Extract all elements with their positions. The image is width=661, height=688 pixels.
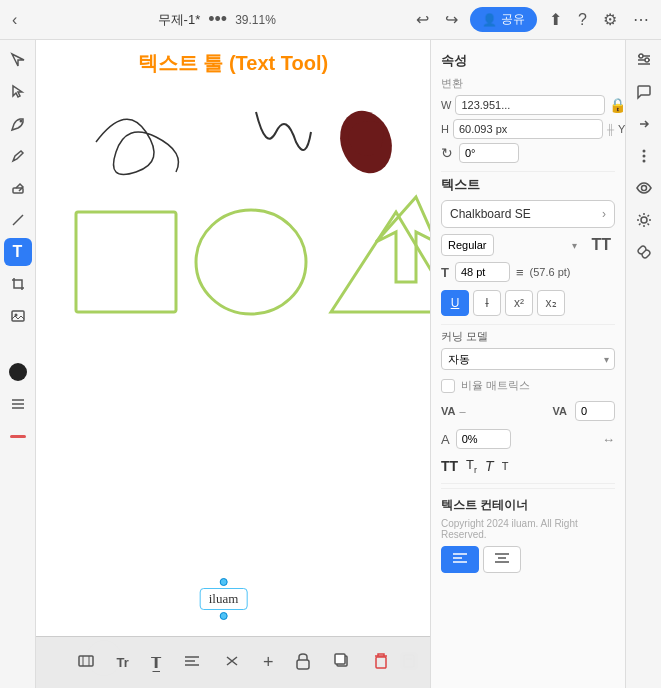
font-name-label: Chalkboard SE — [450, 207, 531, 221]
tool-crop[interactable] — [4, 270, 32, 298]
tool-select[interactable] — [4, 78, 32, 106]
tool-pencil[interactable] — [4, 142, 32, 170]
line-height-value: (57.6 pt) — [530, 266, 571, 278]
tt-row: TT Tr T T — [441, 457, 615, 475]
font-style-wrapper: Regular Bold Italic — [441, 234, 583, 256]
va-right-group: VA — [553, 401, 615, 421]
tool-circle-black[interactable] — [4, 358, 32, 386]
svg-point-0 — [19, 120, 22, 123]
h-input[interactable] — [453, 119, 603, 139]
tool-arrow[interactable] — [4, 46, 32, 74]
settings-button[interactable]: ⚙ — [599, 8, 621, 31]
spacing-icon: ↔ — [602, 432, 615, 447]
svg-point-32 — [639, 54, 643, 58]
btool-spacing[interactable] — [219, 648, 245, 678]
h-y-row: H ╫ Y — [441, 119, 615, 139]
subscript-button[interactable]: x₂ — [537, 290, 565, 316]
superscript-button[interactable]: x² — [505, 290, 533, 316]
tool-color[interactable] — [4, 422, 32, 450]
ratio-label: 비율 매트릭스 — [461, 378, 530, 393]
text-section-title: 텍스트 — [441, 176, 615, 194]
style-row: Regular Bold Italic TT — [441, 234, 615, 256]
dots-menu-button[interactable]: ••• — [208, 9, 227, 30]
btool-lock[interactable] — [291, 648, 315, 678]
btool-text-size[interactable]: Tr — [113, 651, 133, 674]
underline-button[interactable]: U — [441, 290, 469, 316]
sidebar-properties-icon[interactable] — [630, 46, 658, 74]
more-button[interactable]: ⋯ — [629, 8, 653, 31]
font-selector[interactable]: Chalkboard SE › — [441, 200, 615, 228]
w-x-row: W 🔒 X — [441, 95, 615, 115]
properties-title: 속성 — [441, 52, 615, 70]
undo-button[interactable]: ↩ — [412, 8, 433, 31]
sidebar-arrow-icon[interactable] — [630, 110, 658, 138]
va-row: VA – VA — [441, 401, 615, 421]
btool-duplicate[interactable] — [329, 648, 355, 678]
tool-image[interactable] — [4, 302, 32, 330]
canvas-area: 텍스트 툴 (Text Tool) iluam — [36, 40, 430, 688]
tt-all-caps[interactable]: TT — [441, 458, 458, 474]
sidebar-gear-icon[interactable] — [630, 206, 658, 234]
rotation-icon: ↻ — [441, 145, 453, 161]
align-left-button[interactable] — [441, 546, 479, 573]
divider3 — [441, 483, 615, 484]
tt-italic-style[interactable]: T — [485, 458, 494, 474]
lock-icon: 🔒 — [609, 97, 625, 113]
share-button[interactable]: 👤 공유 — [470, 7, 537, 32]
btool-text-style[interactable]: T̲ — [147, 650, 165, 676]
handle-top[interactable] — [219, 578, 227, 586]
tool-pen[interactable] — [4, 110, 32, 138]
btool-delete[interactable] — [369, 648, 393, 678]
pct-row: A ↔ — [441, 429, 615, 449]
kerning-select[interactable]: 자동 없음 수동 — [441, 348, 615, 370]
tool-line[interactable] — [4, 206, 32, 234]
btool-align[interactable] — [73, 648, 99, 678]
sidebar-comment-icon[interactable] — [630, 78, 658, 106]
export-button[interactable]: ⬆ — [545, 8, 566, 31]
bottom-toolbar: Tr T̲ + — [36, 636, 430, 688]
sidebar-link-icon[interactable] — [630, 238, 658, 266]
size-row: T ≡ (57.6 pt) — [441, 262, 615, 282]
btool-add[interactable]: + — [259, 648, 278, 677]
topbar: ‹ 무제-1* ••• 39.11% ↩ ↪ 👤 공유 ⬆ ? ⚙ ⋯ — [0, 0, 661, 40]
help-button[interactable]: ? — [574, 9, 591, 31]
divider2 — [441, 324, 615, 325]
svg-point-34 — [642, 150, 645, 153]
font-size-input[interactable] — [455, 262, 510, 282]
ratio-checkbox[interactable] — [441, 379, 455, 393]
back-button[interactable]: ‹ — [8, 9, 21, 31]
left-toolbar: T — [0, 40, 36, 688]
svg-point-37 — [641, 186, 646, 191]
tool-text[interactable]: T — [4, 238, 32, 266]
svg-point-33 — [645, 58, 649, 62]
va-label: VA — [441, 405, 455, 417]
btool-align-left[interactable] — [179, 648, 205, 678]
strikethrough-button[interactable]: I — [473, 290, 501, 316]
w-input[interactable] — [455, 95, 605, 115]
sidebar-more-icon[interactable] — [630, 142, 658, 170]
pct-input[interactable] — [456, 429, 511, 449]
iluam-textbox[interactable]: iluam — [200, 588, 248, 610]
redo-button[interactable]: ↪ — [441, 8, 462, 31]
handle-bottom[interactable] — [219, 612, 227, 620]
w-label: W — [441, 99, 451, 111]
font-chevron-icon: › — [602, 207, 606, 221]
svg-rect-19 — [297, 660, 309, 669]
svg-rect-13 — [79, 656, 93, 666]
rotation-input[interactable] — [459, 143, 519, 163]
font-style-select[interactable]: Regular Bold Italic — [441, 234, 494, 256]
tool-eraser[interactable] — [4, 174, 32, 202]
svg-rect-22 — [376, 657, 386, 668]
align-center-button[interactable] — [483, 546, 521, 573]
va-input[interactable] — [575, 401, 615, 421]
tool-slider[interactable] — [4, 390, 32, 418]
tt-small-caps[interactable]: Tr — [466, 457, 477, 475]
iluam-text: iluam — [209, 591, 239, 606]
tt-caps-style[interactable]: T — [502, 460, 510, 472]
tc-title: 텍스트 컨테이너 — [441, 497, 615, 514]
properties-panel: 속성 변환 W 🔒 X H ╫ Y ↻ — [431, 40, 625, 688]
tt-style-button[interactable]: TT — [587, 234, 615, 256]
sidebar-eye-icon[interactable] — [630, 174, 658, 202]
share-label: 공유 — [501, 11, 525, 28]
va2-label: VA — [553, 405, 567, 417]
